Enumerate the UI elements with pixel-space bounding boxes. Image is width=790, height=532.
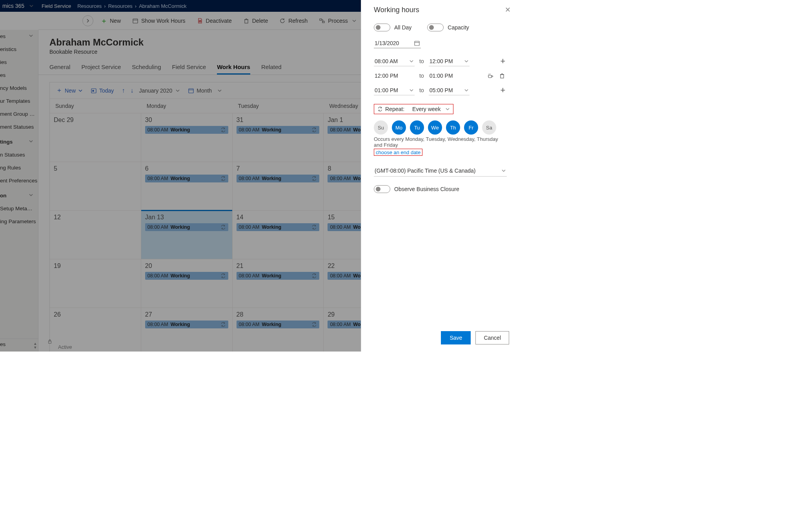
occurs-text: Occurs every Monday, Tuesday, Wednesday,… xyxy=(374,136,507,148)
trash-icon[interactable] xyxy=(499,73,507,79)
add-icon[interactable]: + xyxy=(499,56,507,66)
cancel-button[interactable]: Cancel xyxy=(475,331,509,344)
time-row: 12:00 PMto01:00 PM xyxy=(374,71,507,80)
end-time: 01:00 PM xyxy=(429,71,470,80)
capacity-toggle[interactable] xyxy=(427,24,444,31)
capacity-label: Capacity xyxy=(448,24,469,31)
chevron-down-icon xyxy=(501,168,506,173)
day-chip[interactable]: Su xyxy=(374,120,388,135)
observe-closure-label: Observe Business Closure xyxy=(394,186,459,192)
repeat-selector[interactable]: Repeat: Every week xyxy=(374,104,453,114)
coffee-icon[interactable] xyxy=(487,73,495,79)
day-chip[interactable]: Mo xyxy=(392,120,406,135)
start-time: 12:00 PM xyxy=(374,71,415,80)
timezone-select[interactable]: (GMT-08:00) Pacific Time (US & Canada) xyxy=(374,165,507,177)
end-time-select[interactable]: 05:00 PM xyxy=(429,86,470,95)
time-row: 01:00 PMto05:00 PM+ xyxy=(374,85,507,95)
observe-closure-toggle[interactable] xyxy=(374,185,390,193)
to-label: to xyxy=(419,58,424,64)
day-chip[interactable]: Th xyxy=(446,120,460,135)
svg-rect-17 xyxy=(501,75,504,78)
to-label: to xyxy=(419,87,424,93)
days-of-week: SuMoTuWeThFrSa xyxy=(374,120,507,135)
svg-rect-15 xyxy=(415,41,419,46)
save-button[interactable]: Save xyxy=(441,331,471,344)
all-day-label: All Day xyxy=(394,24,411,31)
day-chip[interactable]: Sa xyxy=(482,120,496,135)
working-hours-panel: Working hours ✕ All Day Capacity 1/13/20… xyxy=(361,0,518,352)
panel-title: Working hours xyxy=(374,6,505,14)
time-row: 08:00 AMto12:00 PM+ xyxy=(374,56,507,66)
repeat-icon xyxy=(377,106,383,112)
day-chip[interactable]: We xyxy=(428,120,442,135)
add-icon[interactable]: + xyxy=(499,85,507,95)
chevron-down-icon xyxy=(445,107,450,111)
start-time-select[interactable]: 08:00 AM xyxy=(374,56,415,66)
end-time-select[interactable]: 12:00 PM xyxy=(429,56,470,66)
all-day-toggle[interactable] xyxy=(374,24,390,31)
repeat-value: Every week xyxy=(412,106,441,112)
day-chip[interactable]: Tu xyxy=(410,120,424,135)
start-time-select[interactable]: 01:00 PM xyxy=(374,86,415,95)
repeat-label: Repeat: xyxy=(385,106,404,112)
calendar-icon xyxy=(414,40,420,46)
to-label: to xyxy=(419,73,424,79)
close-icon[interactable]: ✕ xyxy=(505,5,511,14)
date-input[interactable]: 1/13/2020 xyxy=(374,38,421,48)
end-date-link[interactable]: choose an end date xyxy=(374,149,422,156)
day-chip[interactable]: Fr xyxy=(464,120,478,135)
